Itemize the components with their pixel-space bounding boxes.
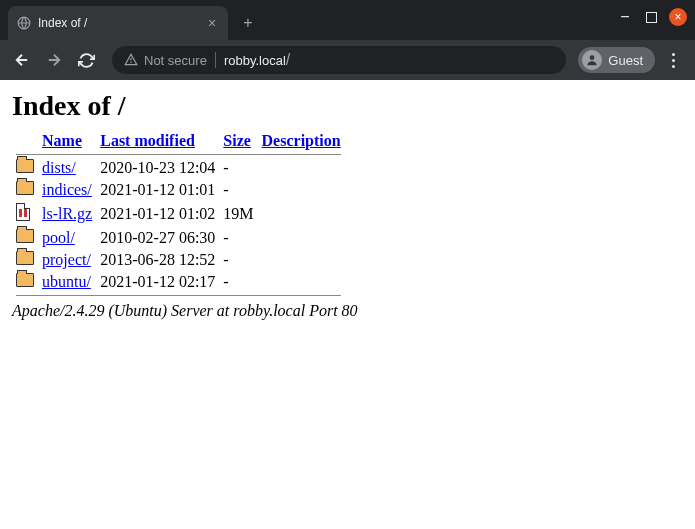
address-bar[interactable]: Not secure robby.local/ [112, 46, 566, 74]
back-button[interactable] [8, 46, 36, 74]
entry-size: - [219, 249, 257, 271]
entry-description [258, 179, 345, 201]
divider [16, 154, 341, 155]
entry-link[interactable]: indices/ [42, 181, 92, 198]
entry-size: - [219, 227, 257, 249]
tab-close-button[interactable]: × [204, 15, 220, 31]
entry-modified: 2010-02-27 06:30 [96, 227, 219, 249]
folder-icon [16, 251, 34, 265]
url-display: robby.local/ [224, 51, 290, 69]
close-window-button[interactable]: × [669, 8, 687, 26]
globe-icon [16, 15, 32, 31]
entry-modified: 2021-01-12 01:01 [96, 179, 219, 201]
titlebar: Index of / × + − × [0, 0, 695, 40]
directory-listing: Name Last modified Size Description dist… [12, 130, 345, 298]
entry-modified: 2021-01-12 02:17 [96, 271, 219, 293]
folder-icon [16, 273, 34, 287]
file-gz-icon [16, 203, 30, 221]
reload-button[interactable] [72, 46, 100, 74]
entry-link[interactable]: ubuntu/ [42, 273, 91, 290]
menu-button[interactable] [659, 46, 687, 74]
browser-window: Index of / × + − × Not secure robby.lo [0, 0, 695, 529]
page-content: Index of / Name Last modified Size Descr… [0, 80, 695, 529]
sort-description-link[interactable]: Description [262, 132, 341, 149]
entry-link[interactable]: ls-lR.gz [42, 205, 92, 222]
table-row: pool/2010-02-27 06:30- [12, 227, 345, 249]
avatar-icon [582, 50, 602, 70]
new-tab-button[interactable]: + [234, 9, 262, 37]
table-row: dists/2020-10-23 12:04- [12, 157, 345, 179]
entry-size: - [219, 157, 257, 179]
browser-tab[interactable]: Index of / × [8, 6, 228, 40]
minimize-button[interactable]: − [616, 8, 634, 26]
guest-label: Guest [608, 53, 643, 68]
page-heading: Index of / [12, 90, 683, 122]
window-controls: − × [616, 8, 687, 26]
table-row: ls-lR.gz2021-01-12 01:0219M [12, 201, 345, 227]
entry-description [258, 249, 345, 271]
entry-description [258, 271, 345, 293]
sort-name-link[interactable]: Name [42, 132, 82, 149]
profile-button[interactable]: Guest [578, 47, 655, 73]
table-row: indices/2021-01-12 01:01- [12, 179, 345, 201]
warning-icon [124, 53, 138, 67]
tab-title: Index of / [38, 16, 198, 30]
url-path: / [286, 51, 290, 68]
url-host: robby.local [224, 53, 286, 68]
sort-size-link[interactable]: Size [223, 132, 251, 149]
entry-link[interactable]: project/ [42, 251, 91, 268]
table-row: project/2013-06-28 12:52- [12, 249, 345, 271]
entry-modified: 2020-10-23 12:04 [96, 157, 219, 179]
sort-modified-link[interactable]: Last modified [100, 132, 195, 149]
entry-modified: 2021-01-12 01:02 [96, 201, 219, 227]
table-row: ubuntu/2021-01-12 02:17- [12, 271, 345, 293]
entry-size: - [219, 271, 257, 293]
entry-description [258, 201, 345, 227]
url-separator [215, 52, 216, 68]
server-info: Apache/2.4.29 (Ubuntu) Server at robby.l… [12, 302, 683, 320]
entry-description [258, 227, 345, 249]
not-secure-label: Not secure [144, 53, 207, 68]
forward-button[interactable] [40, 46, 68, 74]
divider [16, 295, 341, 296]
folder-icon [16, 181, 34, 195]
entry-modified: 2013-06-28 12:52 [96, 249, 219, 271]
header-row: Name Last modified Size Description [12, 130, 345, 152]
entry-link[interactable]: dists/ [42, 159, 76, 176]
folder-icon [16, 159, 34, 173]
entry-size: 19M [219, 201, 257, 227]
toolbar: Not secure robby.local/ Guest [0, 40, 695, 80]
security-indicator[interactable]: Not secure [124, 53, 207, 68]
svg-point-1 [590, 55, 595, 60]
folder-icon [16, 229, 34, 243]
maximize-button[interactable] [646, 12, 657, 23]
entry-size: - [219, 179, 257, 201]
entry-description [258, 157, 345, 179]
entry-link[interactable]: pool/ [42, 229, 75, 246]
